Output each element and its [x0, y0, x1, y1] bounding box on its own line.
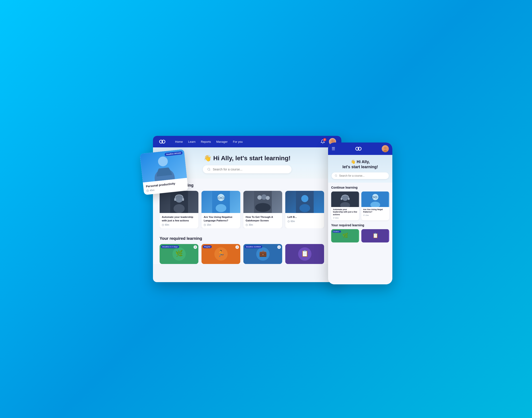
- mobile-req-card-2[interactable]: 📋: [361, 229, 389, 243]
- notification-button[interactable]: 2: [319, 138, 326, 145]
- mobile-menu-button[interactable]: ☰: [332, 146, 335, 151]
- mobile-course-duration-1: ⏱ 60m: [333, 217, 357, 219]
- mobile-course-row: Automate your leadership with just a few…: [331, 191, 389, 220]
- scene: Home Learn Reports Manager For you 2: [144, 129, 388, 289]
- nav-learn[interactable]: Learn: [188, 140, 196, 143]
- mobile-search-input[interactable]: [339, 174, 386, 177]
- svg-point-46: [358, 147, 361, 150]
- navbar: Home Learn Reports Manager For you 2: [153, 136, 341, 147]
- mobile-thumb-2: [361, 191, 389, 207]
- nav-foryou[interactable]: For you: [233, 140, 243, 143]
- course-card-1[interactable]: Automate your leadership with just a few…: [160, 191, 198, 228]
- course-duration-1: 60m: [162, 224, 196, 226]
- mobile-avatar[interactable]: [382, 145, 389, 152]
- course-duration-4: 60m: [288, 220, 322, 222]
- svg-text:📋: 📋: [301, 250, 309, 257]
- req-card-3[interactable]: 💼 Deadline 21/09/24 i: [243, 244, 282, 264]
- mobile-deadline-badge-1: Deadline...: [333, 231, 341, 233]
- svg-point-13: [218, 194, 225, 201]
- playlist-badge-2: Playlist: [203, 245, 212, 248]
- course-info-4: Left B... 60m: [285, 213, 324, 225]
- svg-point-56: [372, 194, 378, 200]
- svg-text:💼: 💼: [259, 250, 267, 257]
- svg-point-22: [266, 196, 270, 200]
- svg-point-23: [255, 203, 271, 212]
- course-title-1: Automate your leadership with just a few…: [162, 215, 196, 222]
- svg-rect-9: [174, 198, 176, 201]
- mobile-navbar: ☰: [328, 142, 392, 155]
- deadline-badge-1: Deadline in 4 days: [161, 245, 179, 248]
- svg-point-27: [300, 204, 310, 212]
- nav-reports[interactable]: Reports: [201, 140, 211, 143]
- required-learning-title: Your required learning: [160, 236, 335, 241]
- svg-point-49: [335, 175, 337, 176]
- mobile-course-card-2[interactable]: Are You Using Negat Patterns? ⏱ 15m: [361, 191, 389, 220]
- svg-point-47: [383, 150, 387, 152]
- svg-point-26: [301, 195, 308, 202]
- svg-point-48: [384, 147, 387, 149]
- notification-badge: 2: [323, 138, 326, 141]
- search-icon: [207, 168, 211, 171]
- course-card-4[interactable]: Left B... 60m: [285, 191, 324, 228]
- svg-text:📋: 📋: [372, 232, 379, 238]
- mobile-hero: 👋 Hi Ally,let's start learning!: [328, 155, 392, 183]
- mobile-course-card-1[interactable]: Automate your leadership with just a few…: [331, 191, 359, 220]
- required-learning-section: Your required learning 🌿 Deadline in 4 d…: [153, 233, 341, 264]
- course-thumb-3: [243, 191, 282, 213]
- svg-text:🌿: 🌿: [342, 232, 348, 238]
- svg-point-1: [162, 140, 165, 143]
- wave-emoji: 👋: [204, 155, 211, 162]
- svg-point-8: [173, 204, 185, 213]
- nav-manager[interactable]: Manager: [216, 140, 227, 143]
- mobile-search-bar[interactable]: [332, 173, 389, 179]
- course-card-2[interactable]: Are You Using Negative Language Patterns…: [201, 191, 240, 228]
- mobile-continue-title: Continue learning: [331, 186, 389, 189]
- mobile-content: Continue learning Auto: [328, 183, 392, 284]
- mobile-course-info-1: Automate your leadership with just a few…: [331, 207, 359, 220]
- svg-rect-54: [348, 198, 349, 200]
- course-thumb-2: [201, 191, 240, 213]
- mobile-hero-title: 👋 Hi Ally,let's start learning!: [332, 159, 389, 170]
- svg-point-14: [216, 204, 226, 212]
- required-grid: 🌿 Deadline in 4 days i 🏃 Playlist i: [160, 244, 335, 264]
- svg-point-5: [208, 168, 210, 170]
- floating-card-image: Deadline 10/11/24: [140, 149, 187, 182]
- svg-rect-10: [182, 198, 184, 201]
- mobile-course-duration-2: ⏱ 15m: [363, 214, 387, 216]
- svg-rect-53: [341, 198, 342, 200]
- req-card-2[interactable]: 🏃 Playlist i: [201, 244, 240, 264]
- req-card-4[interactable]: 📋: [285, 244, 324, 264]
- course-duration-3: 30m: [246, 224, 280, 226]
- course-info-3: How To Get Through A Gatekeeper Screen 3…: [243, 213, 282, 228]
- nav-home[interactable]: Home: [175, 140, 183, 143]
- course-grid: Automate your leadership with just a few…: [160, 191, 335, 228]
- hero-title: 👋 Hi Ally, let's start learning!: [162, 154, 333, 162]
- svg-text:🌿: 🌿: [175, 250, 183, 257]
- logo[interactable]: [158, 138, 166, 146]
- course-thumb-4: [285, 191, 324, 213]
- course-title-3: How To Get Through A Gatekeeper Screen: [246, 215, 280, 222]
- mobile-course-info-2: Are You Using Negat Patterns? ⏱ 15m: [361, 207, 389, 218]
- mobile-req-row: 🌿 Deadline... 📋: [331, 229, 389, 243]
- course-title-2: Are You Using Negative Language Patterns…: [204, 215, 238, 222]
- course-info-2: Are You Using Negative Language Patterns…: [201, 213, 240, 228]
- mobile-window: ☰ 👋 Hi Ally,let's start learning!: [328, 142, 392, 284]
- mobile-thumb-1: [331, 191, 359, 207]
- req-card-1[interactable]: 🌿 Deadline in 4 days i: [160, 244, 198, 264]
- course-duration-2: 15m: [204, 224, 238, 226]
- mobile-course-title-2: Are You Using Negat Patterns?: [363, 208, 387, 213]
- course-info-1: Automate your leadership with just a few…: [160, 213, 198, 228]
- nav-links: Home Learn Reports Manager For you: [175, 140, 312, 143]
- svg-text:🏃: 🏃: [217, 250, 225, 257]
- floating-card[interactable]: Deadline 10/11/24 Personal productivity …: [140, 149, 188, 195]
- mobile-search-icon: [335, 174, 337, 177]
- course-thumb-1: [160, 191, 198, 213]
- search-input[interactable]: [213, 168, 287, 171]
- deadline-badge-3: Deadline 21/09/24: [245, 245, 262, 248]
- course-card-3[interactable]: How To Get Through A Gatekeeper Screen 3…: [243, 191, 282, 228]
- svg-point-21: [261, 194, 267, 200]
- course-title-4: Left B...: [288, 215, 322, 219]
- mobile-req-card-1[interactable]: 🌿 Deadline...: [331, 229, 359, 243]
- mobile-course-title-1: Automate your leadership with just a few…: [333, 208, 357, 216]
- search-bar[interactable]: [203, 165, 291, 173]
